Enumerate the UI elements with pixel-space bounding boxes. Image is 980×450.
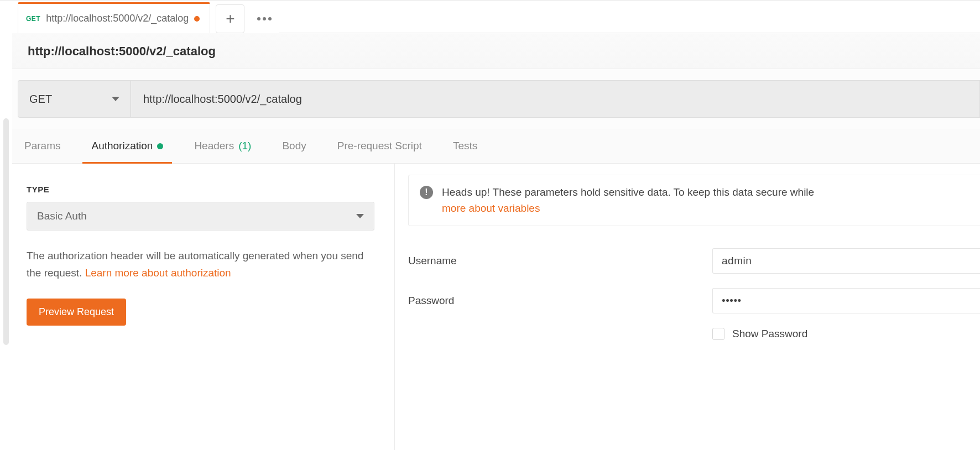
tab-label: Pre-request Script <box>337 140 422 152</box>
auth-form-panel: ! Heads up! These parameters hold sensit… <box>395 164 980 450</box>
headers-count: (1) <box>238 140 251 152</box>
auth-help-text: The authorization header will be automat… <box>27 247 374 282</box>
active-indicator-icon <box>157 143 163 149</box>
tab-method-badge: GET <box>26 15 40 23</box>
password-input[interactable] <box>712 288 980 313</box>
show-password-checkbox[interactable] <box>712 328 724 340</box>
request-url-input[interactable] <box>131 80 980 118</box>
tab-label: Authorization <box>91 140 153 152</box>
tab-title: http://localhost:5000/v2/_catalog <box>46 13 189 24</box>
auth-type-heading: TYPE <box>27 185 374 194</box>
username-row: Username <box>408 248 980 274</box>
auth-type-panel: TYPE Basic Auth The authorization header… <box>12 164 395 450</box>
sensitive-data-alert: ! Heads up! These parameters hold sensit… <box>408 175 980 226</box>
alert-text-body: Heads up! These parameters hold sensitiv… <box>442 186 814 198</box>
more-about-variables-link[interactable]: more about variables <box>442 202 540 214</box>
learn-more-authorization-link[interactable]: Learn more about authorization <box>85 267 231 279</box>
tab-prerequest-script[interactable]: Pre-request Script <box>334 129 425 163</box>
tab-label: Tests <box>453 140 477 152</box>
request-url-bar: GET <box>12 69 980 129</box>
request-tabs-strip: GET http://localhost:5000/v2/_catalog + <box>12 2 980 33</box>
chevron-down-icon <box>356 214 364 218</box>
tab-label: Params <box>24 140 60 152</box>
password-label: Password <box>408 295 712 307</box>
tab-authorization[interactable]: Authorization <box>88 129 166 163</box>
tab-actions-button[interactable] <box>250 4 279 33</box>
tab-dirty-indicator-icon <box>194 16 200 22</box>
tab-tests[interactable]: Tests <box>450 129 481 163</box>
ellipsis-icon <box>257 17 272 20</box>
preview-request-button[interactable]: Preview Request <box>27 299 126 326</box>
auth-type-select[interactable]: Basic Auth <box>27 202 374 231</box>
username-input[interactable] <box>712 248 980 274</box>
chevron-down-icon <box>112 97 119 101</box>
show-password-row: Show Password <box>712 328 980 340</box>
password-row: Password <box>408 288 980 313</box>
tab-headers[interactable]: Headers (1) <box>191 129 254 163</box>
sidebar-collapsed-gutter <box>0 2 12 450</box>
tab-params[interactable]: Params <box>21 129 64 163</box>
request-subtabs: Params Authorization Headers (1) Body Pr… <box>12 129 980 164</box>
http-method-select[interactable]: GET <box>18 80 131 118</box>
tab-strip-spacer <box>279 2 980 33</box>
sidebar-toggle-handle[interactable] <box>3 118 9 345</box>
plus-icon: + <box>226 10 234 28</box>
exclamation-icon: ! <box>420 186 433 199</box>
username-label: Username <box>408 255 712 267</box>
auth-type-value: Basic Auth <box>37 210 87 222</box>
tab-label: Headers <box>194 140 234 152</box>
new-tab-button[interactable]: + <box>216 4 244 33</box>
http-method-label: GET <box>29 93 52 106</box>
request-name[interactable]: http://localhost:5000/v2/_catalog <box>12 33 980 69</box>
tab-body[interactable]: Body <box>279 129 309 163</box>
tab-label: Body <box>282 140 306 152</box>
show-password-label: Show Password <box>732 328 807 340</box>
request-tab-active[interactable]: GET http://localhost:5000/v2/_catalog <box>18 2 210 33</box>
